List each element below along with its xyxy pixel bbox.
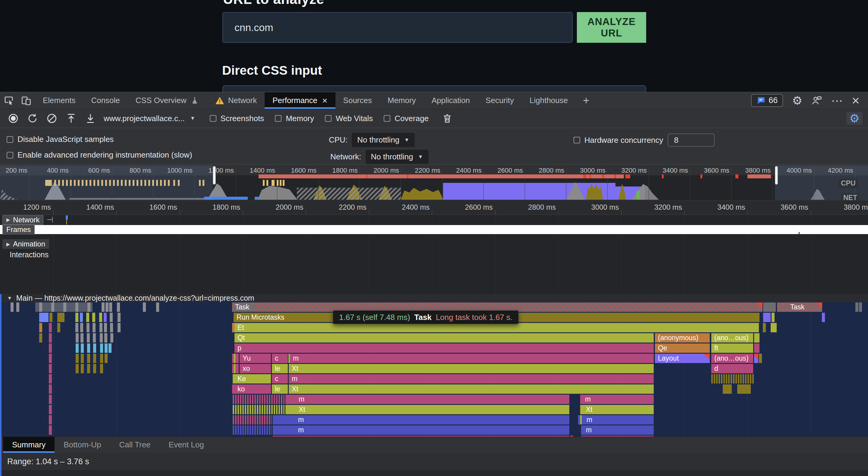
- flame-bar-m[interactable]: m: [580, 395, 654, 404]
- flame-bar-m[interactable]: m: [285, 395, 569, 404]
- checkbox-box[interactable]: [384, 115, 390, 122]
- flame-bar-qe[interactable]: Qe: [655, 344, 710, 353]
- flame-bar-m[interactable]: m: [582, 415, 654, 424]
- flame-bar-xt[interactable]: Xt: [582, 405, 654, 414]
- checkbox-screenshots[interactable]: Screenshots: [210, 114, 264, 123]
- flame-bar--ano-ous-[interactable]: (ano…ous): [711, 354, 753, 363]
- frames-track-badge[interactable]: Frames: [2, 225, 35, 234]
- close-tab-icon[interactable]: ×: [322, 95, 328, 106]
- flame-bar-ft[interactable]: ft: [711, 344, 753, 353]
- flame-bar-le[interactable]: le: [272, 364, 288, 373]
- disable-js-samples[interactable]: Disable JavaScript samples: [7, 135, 114, 144]
- tab-label: Sources: [343, 96, 372, 105]
- reload-record-icon[interactable]: [23, 113, 42, 124]
- animation-track[interactable]: ▶ Animation: [0, 239, 868, 249]
- flame-bar-task[interactable]: Task: [777, 303, 822, 312]
- collapse-icon[interactable]: ▼: [7, 295, 12, 301]
- flame-chart[interactable]: TaskTaskRun MicrotasksEtQt(anonymous)(an…: [0, 302, 868, 437]
- flame-bar-xt[interactable]: Xt: [289, 384, 654, 394]
- details-tab-summary[interactable]: Summary: [3, 437, 55, 453]
- network-track-badge[interactable]: ▶ Network: [2, 215, 43, 225]
- checkbox-memory[interactable]: Memory: [275, 114, 314, 123]
- flame-bar-le[interactable]: le: [272, 384, 288, 394]
- animation-track-badge[interactable]: ▶ Animation: [2, 239, 49, 249]
- more-options-icon[interactable]: ⋯: [831, 95, 843, 106]
- expander-icon[interactable]: ▶: [6, 217, 10, 223]
- main-timeline-ruler[interactable]: 1200 ms1400 ms1600 ms1800 ms2000 ms2200 …: [0, 201, 868, 215]
- flame-bar-m[interactable]: m: [273, 415, 569, 424]
- flame-bar-m[interactable]: m: [290, 354, 654, 363]
- flame-bar-ko[interactable]: ko: [235, 384, 271, 394]
- tab-memory[interactable]: Memory: [380, 92, 424, 109]
- tab-performance[interactable]: Performance×: [265, 92, 335, 109]
- checkbox-box[interactable]: [210, 115, 216, 122]
- checkbox-box[interactable]: [275, 115, 281, 122]
- flame-bar--anonymous-[interactable]: (anonymous): [655, 333, 710, 343]
- checkbox-web-vitals[interactable]: Web Vitals: [325, 114, 373, 123]
- flame-bar-c[interactable]: c: [272, 354, 288, 363]
- flame-bar-qt[interactable]: Qt: [235, 333, 654, 343]
- details-tab-bottom-up[interactable]: Bottom-Up: [55, 437, 110, 453]
- tab-security[interactable]: Security: [478, 92, 522, 109]
- analyze-url-button[interactable]: ANALYZE URL: [577, 12, 646, 43]
- record-icon[interactable]: [4, 113, 23, 124]
- advanced-rendering-checkbox[interactable]: [7, 152, 13, 158]
- network-throttling-select[interactable]: No throttling ▼: [366, 150, 429, 164]
- selection-handle-left[interactable]: [213, 166, 216, 185]
- save-profile-icon[interactable]: [81, 113, 100, 124]
- flame-bar-c[interactable]: c: [272, 374, 288, 383]
- tab-css-overview[interactable]: CSS Overview: [128, 92, 207, 109]
- checkbox-box[interactable]: [325, 115, 332, 122]
- flame-bar--ano-ous-[interactable]: (ano…ous): [711, 333, 753, 343]
- load-profile-icon[interactable]: [61, 113, 81, 124]
- main-thread-header[interactable]: ▼ Main — https://www.projectwallace.com/…: [0, 294, 868, 302]
- tab-elements[interactable]: Elements: [35, 92, 83, 109]
- hardware-concurrency-checkbox[interactable]: [574, 137, 580, 144]
- tab-application[interactable]: Application: [424, 92, 478, 109]
- flame-bar-p[interactable]: p: [235, 344, 654, 353]
- timeline-overview[interactable]: 200 ms400 ms600 ms800 ms1000 ms1200 ms14…: [0, 165, 868, 200]
- capture-settings-gear-icon[interactable]: ⚙: [846, 112, 863, 125]
- device-toolbar-icon[interactable]: [18, 92, 35, 109]
- details-tab-event-log[interactable]: Event Log: [160, 437, 213, 453]
- css-textarea[interactable]: [222, 85, 646, 92]
- flame-bar-xt[interactable]: Xt: [285, 405, 569, 414]
- profile-history-select[interactable]: www.projectwallace.c... ▼: [104, 114, 195, 123]
- flame-bar-ke[interactable]: Ke: [235, 374, 271, 383]
- details-tab-call-tree[interactable]: Call Tree: [110, 437, 160, 453]
- settings-gear-icon[interactable]: ⚙: [792, 95, 802, 106]
- flame-bar-m[interactable]: m: [273, 425, 569, 435]
- inspect-element-icon[interactable]: [0, 92, 18, 109]
- checkbox-coverage[interactable]: Coverage: [384, 114, 429, 123]
- network-request-tick[interactable]: [66, 215, 68, 224]
- flame-bar-m[interactable]: m: [581, 425, 654, 435]
- flame-bar-m[interactable]: m: [289, 374, 654, 383]
- network-track[interactable]: ▶ Network ⊣: [0, 215, 868, 225]
- feedback-icon[interactable]: [811, 95, 822, 106]
- selection-handle-right[interactable]: [775, 166, 778, 185]
- tab-console[interactable]: Console: [83, 92, 127, 109]
- tab-lighthouse[interactable]: Lighthouse: [522, 92, 576, 109]
- close-devtools-icon[interactable]: ×: [852, 94, 860, 107]
- flame-bar-d[interactable]: d: [711, 364, 753, 373]
- flame-bar-xt[interactable]: Xt: [289, 364, 654, 373]
- flame-bar-layout[interactable]: Layout: [655, 354, 710, 363]
- flame-bar-yu[interactable]: Yu: [240, 354, 271, 363]
- more-tabs-button[interactable]: +: [576, 92, 596, 109]
- disable-js-samples-checkbox[interactable]: [7, 136, 13, 143]
- ai-assistance-badge[interactable]: 66: [751, 94, 783, 107]
- frames-track[interactable]: Frames: [0, 225, 868, 234]
- clear-icon[interactable]: [42, 113, 61, 124]
- flame-sliver: [774, 323, 777, 332]
- interactions-track[interactable]: Interactions: [0, 250, 868, 259]
- hardware-concurrency-input[interactable]: 8: [668, 133, 715, 147]
- trash-icon[interactable]: [438, 113, 457, 124]
- cpu-throttling-select[interactable]: No throttling ▼: [352, 133, 415, 147]
- flame-bar-xo[interactable]: xo: [240, 364, 271, 373]
- url-input[interactable]: cnn.com: [222, 12, 572, 43]
- tab-sources[interactable]: Sources: [336, 92, 380, 109]
- flame-bar-et[interactable]: Et: [235, 323, 759, 332]
- advanced-rendering-group[interactable]: Enable advanced rendering instrumentatio…: [7, 150, 192, 160]
- tab-network[interactable]: Network: [207, 92, 265, 109]
- expander-icon[interactable]: ▶: [6, 241, 10, 247]
